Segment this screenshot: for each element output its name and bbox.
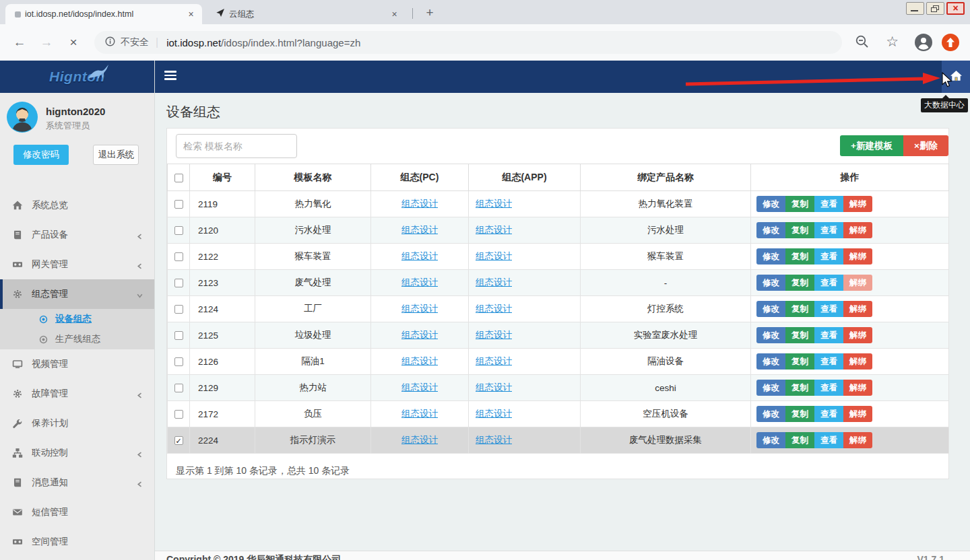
copy-button[interactable]: 复制	[785, 248, 814, 265]
scada-design-pc-link[interactable]: 组态设计	[401, 356, 438, 366]
scada-design-pc-link[interactable]: 组态设计	[401, 199, 438, 209]
scada-design-pc-link[interactable]: 组态设计	[401, 251, 438, 261]
unbind-button[interactable]: 解绑	[843, 275, 872, 291]
copy-button[interactable]: 复制	[785, 301, 814, 317]
row-checkbox[interactable]	[174, 252, 183, 261]
scada-design-pc-link[interactable]: 组态设计	[401, 304, 438, 314]
user-avatar[interactable]	[7, 102, 38, 135]
tab-close-icon[interactable]: ×	[185, 9, 197, 20]
unbind-button[interactable]: 解绑	[843, 353, 872, 370]
create-template-button[interactable]: +新建模板	[840, 135, 903, 156]
bookmark-star-icon[interactable]: ☆	[886, 34, 899, 50]
address-bar[interactable]: 不安全 | iot.idosp.net/idosp/index.html?lan…	[94, 31, 842, 54]
row-checkbox[interactable]	[174, 384, 183, 392]
forward-icon[interactable]: →	[38, 34, 55, 51]
scada-design-pc-link[interactable]: 组态设计	[401, 435, 438, 445]
big-data-center-button[interactable]	[942, 61, 970, 93]
view-button[interactable]: 查看	[814, 432, 843, 448]
scada-design-app-link[interactable]: 组态设计	[476, 199, 512, 209]
sidebar-item-组态管理[interactable]: 组态管理	[0, 279, 154, 309]
sidebar-item-网关管理[interactable]: 网关管理	[0, 250, 154, 279]
sidebar-subitem-设备组态[interactable]: 设备组态	[0, 309, 154, 329]
row-checkbox[interactable]	[174, 410, 183, 419]
copy-button[interactable]: 复制	[785, 222, 814, 238]
scada-design-app-link[interactable]: 组态设计	[476, 330, 512, 340]
restore-button[interactable]	[926, 2, 944, 15]
sidebar-subitem-生产线组态[interactable]: 生产线组态	[0, 329, 154, 349]
scada-design-pc-link[interactable]: 组态设计	[401, 330, 438, 340]
copy-button[interactable]: 复制	[785, 327, 814, 343]
delete-button[interactable]: ×删除	[903, 135, 948, 156]
copy-button[interactable]: 复制	[785, 275, 814, 291]
scada-design-app-link[interactable]: 组态设计	[476, 409, 512, 419]
tab-close-icon[interactable]: ×	[389, 9, 400, 20]
row-checkbox[interactable]	[174, 200, 183, 209]
view-button[interactable]: 查看	[814, 301, 843, 317]
edit-button[interactable]: 修改	[756, 301, 785, 317]
row-checkbox[interactable]: ✓	[174, 436, 183, 445]
sidebar-item-系统总览[interactable]: 系统总览	[0, 190, 154, 220]
row-checkbox[interactable]	[174, 279, 183, 287]
edit-button[interactable]: 修改	[756, 432, 785, 448]
view-button[interactable]: 查看	[814, 275, 843, 291]
stop-icon[interactable]: ×	[65, 34, 82, 51]
row-checkbox[interactable]	[174, 331, 183, 340]
view-button[interactable]: 查看	[814, 406, 843, 422]
edit-button[interactable]: 修改	[756, 222, 785, 238]
row-checkbox[interactable]	[174, 305, 183, 314]
unbind-button[interactable]: 解绑	[843, 222, 872, 238]
view-button[interactable]: 查看	[814, 222, 843, 238]
view-button[interactable]: 查看	[814, 353, 843, 370]
unbind-button[interactable]: 解绑	[843, 196, 872, 212]
unbind-button[interactable]: 解绑	[843, 432, 872, 448]
scada-design-pc-link[interactable]: 组态设计	[401, 409, 438, 419]
sidebar-item-产品设备[interactable]: 产品设备	[0, 220, 154, 250]
close-button[interactable]: ×	[946, 2, 965, 15]
edit-button[interactable]: 修改	[756, 406, 785, 422]
copy-button[interactable]: 复制	[785, 432, 814, 448]
scada-design-pc-link[interactable]: 组态设计	[401, 382, 438, 392]
edit-button[interactable]: 修改	[756, 327, 785, 343]
new-tab-button[interactable]: +	[422, 5, 438, 21]
sidebar-item-保养计划[interactable]: 保养计划	[0, 409, 154, 438]
sidebar-item-空间管理[interactable]: 空间管理	[0, 527, 154, 557]
zoom-out-icon[interactable]	[854, 34, 870, 53]
scada-design-pc-link[interactable]: 组态设计	[401, 225, 438, 235]
view-button[interactable]: 查看	[814, 327, 843, 343]
sidebar-toggle-icon[interactable]	[164, 71, 176, 82]
edit-button[interactable]: 修改	[756, 275, 785, 291]
select-all-checkbox[interactable]	[174, 174, 183, 182]
row-checkbox[interactable]	[174, 357, 183, 366]
copy-button[interactable]: 复制	[785, 380, 814, 396]
search-input[interactable]	[176, 134, 297, 158]
edit-button[interactable]: 修改	[756, 248, 785, 265]
scada-design-app-link[interactable]: 组态设计	[476, 225, 512, 235]
scada-design-app-link[interactable]: 组态设计	[476, 356, 512, 366]
unbind-button[interactable]: 解绑	[843, 380, 872, 396]
change-password-button[interactable]: 修改密码	[13, 145, 69, 165]
sidebar-item-短信管理[interactable]: 短信管理	[0, 497, 154, 527]
scada-design-app-link[interactable]: 组态设计	[476, 435, 512, 445]
copy-button[interactable]: 复制	[785, 406, 814, 422]
unbind-button[interactable]: 解绑	[843, 301, 872, 317]
sidebar-item-消息通知[interactable]: 消息通知	[0, 468, 154, 497]
row-checkbox[interactable]	[174, 226, 183, 235]
edit-button[interactable]: 修改	[756, 196, 785, 212]
scada-design-app-link[interactable]: 组态设计	[476, 277, 512, 287]
view-button[interactable]: 查看	[814, 196, 843, 212]
browser-tab-current[interactable]: iot.idosp.net/idosp/index.html ×	[5, 4, 202, 24]
browser-profile-avatar[interactable]	[915, 34, 932, 54]
scada-design-app-link[interactable]: 组态设计	[476, 304, 512, 314]
scada-design-app-link[interactable]: 组态设计	[476, 382, 512, 392]
unbind-button[interactable]: 解绑	[843, 327, 872, 343]
copy-button[interactable]: 复制	[785, 196, 814, 212]
copy-button[interactable]: 复制	[785, 353, 814, 370]
back-icon[interactable]: ←	[11, 34, 28, 51]
sidebar-item-联动控制[interactable]: 联动控制	[0, 438, 154, 468]
sidebar-item-故障管理[interactable]: 故障管理	[0, 379, 154, 409]
edit-button[interactable]: 修改	[756, 353, 785, 370]
scada-design-app-link[interactable]: 组态设计	[476, 251, 512, 261]
view-button[interactable]: 查看	[814, 380, 843, 396]
sidebar-item-视频管理[interactable]: 视频管理	[0, 349, 154, 379]
view-button[interactable]: 查看	[814, 248, 843, 265]
